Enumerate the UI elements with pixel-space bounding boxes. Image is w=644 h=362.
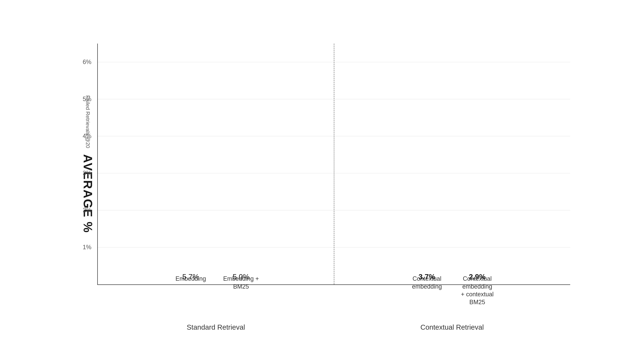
category-label-standard: Standard Retrieval [108,323,334,331]
grid-label-6pct: 6% [83,58,92,65]
category-label-contextual: Contextual Retrieval [334,323,560,331]
bars-wrapper: 5.7% 5.0% 3.7% [108,43,560,284]
chart-container: AVERAGE % Failed Retrievals @20 1% 2% 3%… [54,30,590,332]
x-label-embedding-bm25: Embedding + BM25 [218,275,264,291]
grid-label-3pct: 3% [83,170,92,177]
plot-area: 1% 2% 3% 4% 5% 6% [97,43,570,285]
x-label-contextual-bm25: Contextual embedding+ contextual BM25 [454,275,501,306]
x-label-embedding: Embedding [167,275,214,291]
x-label-group-standard: Embedding Embedding + BM25 [108,275,334,291]
y-axis-main-label: AVERAGE % [82,154,94,233]
x-labels-container: Embedding Embedding + BM25 Contextualemb… [108,275,560,306]
chart-area: AVERAGE % Failed Retrievals @20 1% 2% 3%… [97,43,570,285]
category-labels: Standard Retrieval Contextual Retrieval [108,323,560,331]
grid-label-5pct: 5% [83,95,92,103]
grid-label-2pct: 2% [83,207,92,214]
x-label-group-contextual: Contextualembedding Contextual embedding… [334,275,560,306]
grid-label-4pct: 4% [83,133,92,140]
x-label-contextual-embedding: Contextualembedding [404,275,450,306]
grid-label-1pct: 1% [83,244,92,251]
y-axis-sub-label: Failed Retrievals @20 [85,95,91,148]
